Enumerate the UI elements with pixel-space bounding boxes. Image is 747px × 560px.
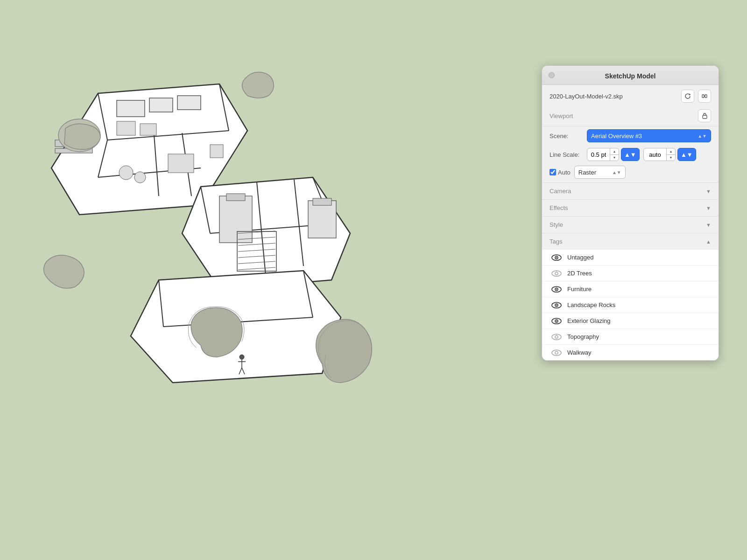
auto-label: Auto: [558, 169, 571, 176]
tags-section-header[interactable]: Tags ▲: [542, 233, 719, 250]
auto-checkbox-wrap: Auto: [550, 169, 571, 176]
tags-section: Tags ▲ Untagged: [542, 233, 719, 360]
svg-rect-50: [703, 115, 707, 119]
auto-checkbox[interactable]: [550, 169, 556, 175]
tag-visibility-icon-2dtrees: [551, 270, 562, 277]
svg-rect-26: [226, 194, 245, 201]
tags-section-label: Tags: [550, 238, 562, 245]
svg-rect-28: [313, 198, 331, 205]
tag-row-furniture[interactable]: Furniture: [542, 281, 719, 297]
panel-close-button[interactable]: [549, 72, 555, 78]
svg-rect-13: [168, 154, 194, 173]
svg-point-68: [555, 351, 558, 354]
camera-section-header[interactable]: Camera ▼: [542, 183, 719, 199]
file-row: 2020-LayOut-Model-v2.skp: [542, 85, 719, 105]
tag-visibility-icon-exterior-glazing: [551, 318, 562, 324]
auto-scale-unit-dropdown[interactable]: ▲▼: [677, 148, 696, 161]
svg-point-54: [552, 271, 561, 276]
effects-section-label: Effects: [550, 204, 568, 211]
svg-point-61: [556, 304, 557, 305]
svg-rect-9: [149, 98, 173, 112]
viewport-section: Viewport: [542, 105, 719, 126]
auto-raster-row: Auto Raster ▲▼: [542, 164, 719, 182]
svg-point-53: [556, 257, 557, 258]
svg-rect-25: [219, 196, 252, 243]
line-scale-group: ▲ ▼ ▲▼: [587, 148, 640, 161]
style-section-label: Style: [550, 221, 563, 228]
tag-name-topography: Topography: [567, 333, 599, 340]
line-scale-up-button[interactable]: ▲: [610, 148, 619, 155]
tag-visibility-icon-topography: [551, 334, 562, 340]
refresh-button[interactable]: [681, 90, 694, 103]
line-scale-input-group: ▲ ▼: [587, 148, 619, 161]
line-scale-unit-dropdown[interactable]: ▲▼: [621, 148, 640, 161]
tag-name-2dtrees: 2D Trees: [567, 270, 592, 277]
tag-name-walkway: Walkway: [567, 349, 592, 356]
effects-section-header[interactable]: Effects ▼: [542, 200, 719, 216]
tag-name-furniture: Furniture: [567, 286, 592, 293]
svg-rect-10: [177, 96, 201, 110]
link-button[interactable]: [698, 90, 711, 103]
line-scale-unit-chevron: ▲▼: [624, 151, 636, 158]
scene-dropdown[interactable]: Aerial Overview #3 ▲▼: [587, 129, 711, 142]
svg-point-58: [556, 288, 557, 289]
svg-rect-8: [117, 100, 145, 117]
tag-row-walkway[interactable]: Walkway: [542, 345, 719, 360]
auto-scale-input-group: ▲ ▼: [643, 148, 676, 161]
tag-row-landscape-rocks[interactable]: Landscape Rocks: [542, 297, 719, 313]
tag-visibility-icon-untagged: [551, 254, 562, 261]
tag-visibility-icon-furniture: [551, 286, 562, 293]
svg-point-42: [240, 355, 244, 359]
render-mode-dropdown[interactable]: Raster ▲▼: [574, 166, 626, 179]
effects-section: Effects ▼: [542, 199, 719, 216]
line-scale-down-button[interactable]: ▼: [610, 155, 619, 161]
scene-row: Scene: Aerial Overview #3 ▲▼: [542, 126, 719, 145]
tags-list: Untagged 2D Trees: [542, 250, 719, 360]
panel-title: SketchUp Model: [550, 72, 711, 80]
svg-rect-12: [140, 124, 156, 135]
viewport-label: Viewport: [550, 112, 573, 119]
tags-chevron-icon: ▲: [706, 239, 711, 245]
svg-point-64: [556, 320, 557, 321]
line-scale-input[interactable]: [587, 148, 610, 161]
svg-rect-27: [308, 201, 336, 238]
svg-rect-11: [117, 121, 135, 135]
svg-point-14: [119, 166, 133, 180]
auto-scale-group: ▲ ▼ ▲▼: [643, 148, 696, 161]
panel-header: SketchUp Model: [542, 66, 719, 85]
effects-chevron-icon: ▼: [706, 205, 711, 211]
line-scale-label: Line Scale:: [550, 151, 583, 158]
sketchup-model-panel: SketchUp Model 2020-LayOut-Model-v2.skp …: [542, 65, 719, 361]
scene-value: Aerial Overview #3: [591, 133, 642, 140]
svg-rect-47: [702, 95, 704, 98]
tag-row-exterior-glazing[interactable]: Exterior Glazing: [542, 313, 719, 329]
svg-point-65: [552, 334, 561, 340]
tag-row-topography[interactable]: Topography: [542, 329, 719, 345]
scene-chevron-icon: ▲▼: [698, 133, 707, 139]
auto-scale-up-button[interactable]: ▲: [667, 148, 675, 155]
line-scale-row: Line Scale: ▲ ▼ ▲▼ ▲ ▼ ▲▼: [542, 145, 719, 164]
file-action-icons: [681, 90, 711, 103]
auto-scale-unit-chevron: ▲▼: [681, 151, 693, 158]
svg-point-66: [555, 336, 558, 338]
svg-rect-48: [705, 95, 707, 98]
svg-point-15: [134, 172, 146, 183]
viewport-lock-button[interactable]: [698, 109, 711, 122]
camera-chevron-icon: ▼: [706, 189, 711, 194]
scene-label: Scene:: [550, 133, 583, 140]
tag-name-exterior-glazing: Exterior Glazing: [567, 317, 610, 324]
render-mode-chevron-icon: ▲▼: [612, 170, 621, 175]
auto-scale-down-button[interactable]: ▼: [667, 155, 675, 161]
svg-point-55: [555, 272, 558, 275]
style-section: Style ▼: [542, 216, 719, 233]
tag-name-untagged: Untagged: [567, 254, 593, 261]
svg-rect-18: [210, 145, 223, 158]
auto-scale-spinners: ▲ ▼: [666, 148, 675, 161]
auto-scale-input[interactable]: [644, 148, 666, 161]
tag-row-untagged[interactable]: Untagged: [542, 250, 719, 266]
architectural-sketch: [23, 56, 406, 439]
camera-section-label: Camera: [550, 188, 571, 195]
style-section-header[interactable]: Style ▼: [542, 217, 719, 233]
svg-point-67: [552, 350, 561, 356]
tag-row-2dtrees[interactable]: 2D Trees: [542, 266, 719, 281]
